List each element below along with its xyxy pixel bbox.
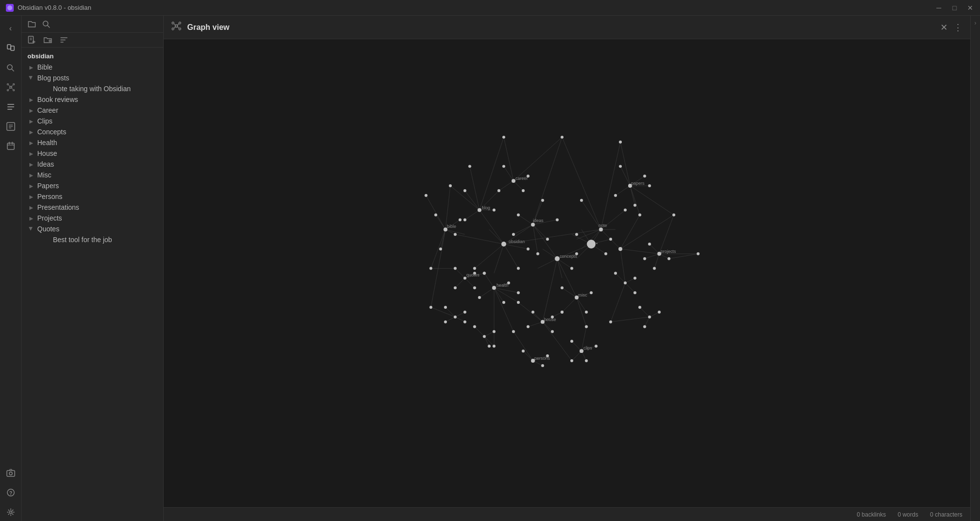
svg-rect-15	[7, 106, 14, 107]
svg-point-281	[595, 345, 598, 347]
titlebar-title: Obsidian v0.8.0 - obsidian	[18, 4, 91, 11]
svg-point-239	[473, 286, 476, 289]
tree-item-quotes[interactable]: ▶ Quotes	[22, 223, 163, 234]
help-icon[interactable]: ?	[2, 484, 20, 501]
tree-item-papers[interactable]: ▶ Papers	[22, 180, 163, 191]
svg-point-224	[653, 267, 656, 270]
svg-point-271	[488, 345, 490, 347]
tree-item-career[interactable]: ▶ Career	[22, 105, 163, 116]
graph-canvas[interactable]: .node { fill: #c0c0c0; } .edge { stroke:…	[164, 39, 970, 507]
tree-item-ideas[interactable]: ▶ Ideas	[22, 159, 163, 170]
camera-icon[interactable]	[2, 464, 20, 482]
character-count: 0 characters	[930, 511, 962, 518]
tree-item-projects[interactable]: ▶ Projects	[22, 213, 163, 223]
chevron-icon: ▶	[27, 96, 35, 103]
tree-item-presentations[interactable]: ▶ Presentations	[22, 202, 163, 213]
app-body: ‹	[0, 16, 980, 521]
svg-point-256	[561, 286, 564, 289]
svg-point-288	[464, 321, 466, 323]
tags-icon[interactable]	[2, 118, 20, 135]
svg-point-242	[492, 286, 496, 290]
more-options-button[interactable]: ⋮	[954, 22, 962, 33]
svg-point-6	[7, 84, 8, 85]
daily-notes-icon[interactable]	[2, 137, 20, 155]
svg-point-187	[517, 267, 520, 270]
backlinks-count: 0 backlinks	[857, 511, 886, 518]
svg-point-8	[7, 90, 8, 91]
tree-item-label: Concepts	[37, 128, 157, 136]
svg-point-225	[643, 257, 646, 260]
svg-point-234	[429, 267, 432, 270]
svg-point-202	[492, 209, 495, 212]
new-folder-button[interactable]	[44, 36, 52, 44]
settings-icon[interactable]	[2, 503, 20, 521]
svg-point-207	[561, 136, 564, 139]
svg-point-194	[604, 252, 607, 255]
search-panel-icon[interactable]	[42, 20, 50, 28]
svg-point-182	[555, 256, 560, 261]
svg-point-208	[502, 136, 505, 139]
tree-item-house[interactable]: ▶ House	[22, 148, 163, 159]
tree-item-health[interactable]: ▶ Health	[22, 137, 163, 148]
close-button[interactable]: ✕	[966, 4, 974, 12]
folder-icon[interactable]	[27, 20, 36, 28]
svg-point-235	[454, 233, 457, 236]
chevron-icon: ▶	[27, 203, 35, 211]
svg-text:note: note	[598, 223, 607, 228]
tree-item-label: Note taking with Obsidian	[53, 85, 157, 93]
tree-item-book-reviews[interactable]: ▶ Book reviews	[22, 94, 163, 105]
tree-item-label: Blog posts	[37, 74, 157, 82]
svg-point-199	[478, 208, 482, 212]
maximize-button[interactable]: □	[951, 4, 958, 12]
tree-item-concepts[interactable]: ▶ Concepts	[22, 126, 163, 137]
svg-line-12	[8, 88, 10, 90]
right-panel-toggle[interactable]: ›	[975, 20, 977, 26]
svg-text:house: house	[544, 317, 556, 322]
new-note-button[interactable]	[27, 36, 36, 44]
tree-item-blog-posts[interactable]: ▶ Blog posts	[22, 73, 163, 83]
tree-item-misc[interactable]: ▶ Misc	[22, 170, 163, 180]
file-panel: obsidian ▶ Bible ▶ Blog posts ▶ Note tak…	[22, 16, 164, 521]
svg-point-215	[648, 184, 651, 187]
svg-point-39	[172, 22, 174, 24]
graph-view-title: Graph view	[187, 23, 934, 32]
close-graph-button[interactable]: ✕	[940, 22, 948, 33]
starred-icon[interactable]	[2, 98, 20, 116]
svg-point-5	[10, 86, 12, 88]
svg-point-213	[643, 174, 646, 177]
svg-point-197	[517, 214, 520, 217]
svg-point-286	[444, 306, 447, 309]
back-button[interactable]: ‹	[2, 20, 20, 37]
svg-point-220	[449, 184, 452, 187]
minimize-button[interactable]: ─	[935, 4, 943, 12]
svg-point-263	[634, 291, 637, 294]
tree-item-persons[interactable]: ▶ Persons	[22, 191, 163, 202]
chevron-icon: ▶	[27, 225, 35, 233]
svg-rect-47	[164, 45, 970, 501]
svg-rect-21	[7, 143, 14, 149]
tree-item-bible[interactable]: ▶ Bible	[22, 62, 163, 73]
blog-posts-children: ▶ Note taking with Obsidian	[22, 83, 163, 94]
svg-point-223	[667, 257, 670, 260]
svg-point-227	[672, 214, 675, 217]
svg-point-216	[619, 141, 622, 144]
svg-point-287	[464, 311, 466, 314]
svg-point-267	[643, 325, 646, 328]
tree-item-note-taking[interactable]: ▶ Note taking with Obsidian	[35, 83, 163, 94]
tree-item-best-tool[interactable]: ▶ Best tool for the job	[35, 234, 163, 245]
app-icon	[6, 4, 14, 12]
search-icon[interactable]	[2, 59, 20, 76]
svg-point-259	[561, 311, 564, 314]
svg-point-237	[454, 267, 457, 270]
tree-item-clips[interactable]: ▶ Clips	[22, 116, 163, 126]
graph-view-icon[interactable]	[2, 78, 20, 96]
tree-item-label: Career	[37, 106, 157, 114]
svg-line-45	[174, 27, 175, 28]
svg-line-10	[8, 85, 10, 87]
svg-text:•: •	[596, 241, 597, 246]
sort-button[interactable]	[60, 36, 68, 44]
files-icon[interactable]	[2, 39, 20, 57]
tree-item-label: Health	[37, 139, 157, 147]
chevron-icon: ▶	[27, 160, 35, 168]
svg-line-11	[11, 85, 13, 87]
